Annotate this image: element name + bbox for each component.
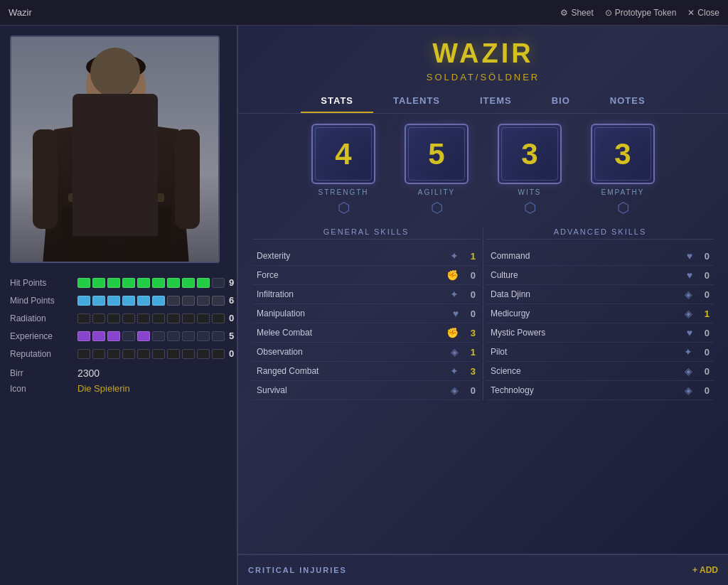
melee-combat-value: 3	[464, 328, 476, 338]
skills-row: GENERAL SKILLS Dexterity ✦ 1 Force ✊ 0 I…	[252, 227, 714, 400]
skill-infiltration[interactable]: Infiltration ✦ 0	[252, 285, 480, 304]
science-value: 0	[698, 366, 710, 377]
reputation-label: Reputation	[10, 349, 77, 359]
birr-label: Birr	[10, 368, 77, 378]
pip	[167, 278, 180, 288]
empathy-box[interactable]: 3	[591, 124, 655, 184]
data-djinn-name: Data Djinn	[491, 289, 679, 299]
pip	[107, 296, 120, 306]
ranged-combat-icon: ✦	[450, 365, 459, 377]
skill-manipulation[interactable]: Manipulation ♥ 0	[252, 304, 480, 323]
skill-data-djinn[interactable]: Data Djinn ◈ 0	[486, 285, 714, 304]
pip	[197, 349, 210, 359]
left-panel: Hit Points 9 Mind Points	[0, 26, 238, 585]
pip	[152, 296, 165, 306]
character-class: SOLDAT/SÖLDNER	[238, 72, 728, 82]
core-stats-row: 4 STRENGTH ⬡ 5 AGILITY ⬡ 3 WITS	[252, 124, 714, 216]
close-button[interactable]: ✕ Close	[687, 8, 719, 18]
tab-stats[interactable]: STATS	[301, 90, 373, 113]
science-icon: ◈	[685, 365, 692, 377]
medicurgy-name: Medicurgy	[491, 308, 679, 318]
agility-box[interactable]: 5	[405, 124, 469, 184]
skill-survival[interactable]: Survival ◈ 0	[252, 381, 480, 400]
strength-box[interactable]: 4	[311, 124, 375, 184]
skill-melee-combat[interactable]: Melee Combat ✊ 3	[252, 323, 480, 343]
wits-value: 3	[521, 137, 537, 171]
empathy-card: 3 EMPATHY ⬡	[582, 124, 664, 216]
skill-force[interactable]: Force ✊ 0	[252, 266, 480, 285]
agility-value: 5	[428, 137, 444, 171]
pip	[122, 349, 135, 359]
culture-name: Culture	[491, 270, 681, 280]
skill-command[interactable]: Command ♥ 0	[486, 247, 714, 266]
reputation-bar	[77, 349, 225, 359]
sheet-icon: ⚙	[560, 8, 568, 18]
pip	[182, 331, 195, 341]
culture-value: 0	[698, 270, 710, 281]
pip	[137, 313, 150, 323]
svg-point-5	[86, 54, 146, 80]
tab-talents[interactable]: TALENTS	[373, 90, 460, 113]
skill-science[interactable]: Science ◈ 0	[486, 362, 714, 381]
pip	[92, 296, 105, 306]
melee-combat-name: Melee Combat	[257, 328, 441, 338]
svg-rect-12	[125, 208, 171, 263]
pip	[122, 296, 135, 306]
pip	[92, 313, 105, 323]
pip	[107, 313, 120, 323]
technology-icon: ◈	[685, 385, 692, 396]
skill-observation[interactable]: Observation ◈ 1	[252, 343, 480, 362]
pip	[107, 349, 120, 359]
empathy-label: EMPATHY	[601, 188, 645, 196]
add-critical-injury-button[interactable]: + ADD	[692, 565, 718, 575]
pip	[122, 278, 135, 288]
pilot-name: Pilot	[491, 347, 678, 357]
pip	[152, 278, 165, 288]
tab-bio[interactable]: BIO	[532, 90, 590, 113]
medicurgy-icon: ◈	[685, 308, 692, 319]
pip	[212, 331, 225, 341]
science-name: Science	[491, 366, 679, 376]
svg-point-1	[86, 53, 146, 121]
tab-items[interactable]: ITEMS	[460, 90, 532, 113]
command-name: Command	[491, 251, 681, 261]
birr-value: 2300	[77, 367, 100, 379]
force-value: 0	[464, 270, 476, 281]
pip	[77, 313, 90, 323]
pip	[137, 349, 150, 359]
icon-field-label: Icon	[10, 384, 77, 394]
skill-ranged-combat[interactable]: Ranged Combat ✦ 3	[252, 362, 480, 381]
survival-value: 0	[464, 385, 476, 396]
radiation-label: Radiation	[10, 313, 77, 323]
skill-culture[interactable]: Culture ♥ 0	[486, 266, 714, 285]
pip	[152, 349, 165, 359]
agility-dice-icon: ⬡	[431, 199, 443, 216]
trackers-section: Hit Points 9 Mind Points	[10, 277, 227, 575]
survival-icon: ◈	[451, 385, 459, 396]
skill-mystic-powers[interactable]: Mystic Powers ♥ 0	[486, 323, 714, 343]
pip	[107, 331, 120, 341]
icon-field-value[interactable]: Die Spielerin	[77, 383, 130, 394]
skill-technology[interactable]: Technology ◈ 0	[486, 381, 714, 400]
advanced-skills-header: ADVANCED SKILLS	[486, 227, 714, 240]
hit-points-row: Hit Points 9	[10, 277, 227, 288]
skill-dexterity[interactable]: Dexterity ✦ 1	[252, 247, 480, 266]
skill-medicurgy[interactable]: Medicurgy ◈ 1	[486, 304, 714, 323]
mind-points-label: Mind Points	[10, 296, 77, 306]
tab-notes[interactable]: NOTES	[590, 90, 665, 113]
close-icon: ✕	[687, 8, 695, 18]
infiltration-value: 0	[464, 289, 476, 300]
pip	[182, 278, 195, 288]
pip	[167, 296, 180, 306]
character-portrait	[10, 36, 220, 263]
critical-injuries-bar: CRITICAL INJURIES + ADD	[238, 554, 728, 585]
prototype-token-button[interactable]: ⊙ Prototype Token	[605, 8, 677, 18]
wits-box[interactable]: 3	[498, 124, 562, 184]
skill-pilot[interactable]: Pilot ✦ 0	[486, 343, 714, 362]
technology-value: 0	[698, 385, 710, 396]
pip	[122, 313, 135, 323]
sheet-button[interactable]: ⚙ Sheet	[560, 8, 593, 18]
infiltration-name: Infiltration	[257, 289, 444, 299]
tab-bar: STATS TALENTS ITEMS BIO NOTES	[238, 90, 728, 114]
skills-divider	[483, 227, 483, 400]
